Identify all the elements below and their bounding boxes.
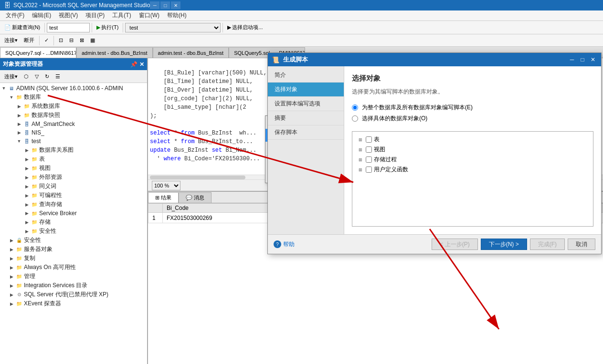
- menu-window[interactable]: 窗口(W): [135, 10, 163, 21]
- tree-always-on[interactable]: ▶ 📁 Always On 高可用性: [0, 263, 147, 272]
- cb-tables-checkbox[interactable]: [366, 136, 372, 143]
- close-button[interactable]: ✕: [171, 1, 180, 9]
- expand-replication[interactable]: ▶: [8, 256, 15, 261]
- cb-sp-checkbox[interactable]: [366, 156, 372, 163]
- next-button[interactable]: 下一步(N) >: [481, 239, 527, 250]
- menu-tools[interactable]: 工具(T): [108, 10, 135, 21]
- expand-system-dbs[interactable]: ▶: [15, 104, 23, 109]
- tree-management[interactable]: ▶ 📁 管理: [0, 272, 147, 281]
- expand-security[interactable]: ▶: [8, 238, 15, 243]
- zoom-selector[interactable]: 100 %: [152, 181, 180, 190]
- tree-query-store[interactable]: ▶ 📁 查询存储: [0, 200, 147, 209]
- menu-edit[interactable]: 编辑(E): [28, 10, 55, 21]
- finish-button[interactable]: 完成(F): [530, 239, 565, 250]
- menu-view[interactable]: 视图(V): [55, 10, 82, 21]
- tree-integration-services[interactable]: ▶ 📁 Integration Services 目录: [0, 281, 147, 290]
- tree-views[interactable]: ▶ 📁 视图: [0, 164, 147, 173]
- cb-views-checkbox[interactable]: [366, 146, 372, 153]
- expand-integration-services[interactable]: ▶: [8, 283, 15, 288]
- tree-service-broker[interactable]: ▶ 📁 Service Broker: [0, 209, 147, 218]
- tree-databases[interactable]: ▼ 📁 数据库: [0, 93, 147, 102]
- expand-synonyms[interactable]: ▶: [23, 184, 31, 189]
- oe-connect-btn[interactable]: 连接▾: [2, 71, 20, 82]
- oe-menu-btn[interactable]: ☰: [53, 71, 63, 82]
- expand-nis[interactable]: ▶: [15, 130, 23, 135]
- tree-replication[interactable]: ▶ 📁 复制: [0, 254, 147, 263]
- tab-messages[interactable]: 💬 消息: [179, 192, 212, 203]
- tree-nis[interactable]: ▶ 🗄 NIS_: [0, 128, 147, 137]
- wizard-restore-btn[interactable]: □: [578, 55, 587, 64]
- tree-server[interactable]: ▼ 🖥 ADMIN (SQL Server 16.0.1000.6 - ADMI…: [0, 84, 147, 93]
- tree-synonyms[interactable]: ▶ 📁 同义词: [0, 182, 147, 191]
- expand-external[interactable]: ▶: [23, 175, 31, 180]
- connect-button[interactable]: 连接▾: [2, 35, 20, 46]
- toolbar-execute[interactable]: ▶ 执行(T): [94, 22, 121, 33]
- cb-udf[interactable]: ⊞ 用户定义函数: [355, 165, 590, 175]
- qt-btn1[interactable]: ⊡: [56, 35, 65, 46]
- toolbar-new-query[interactable]: 📄 新建查询(N): [2, 22, 42, 33]
- tree-security[interactable]: ▶ 🔒 安全性: [0, 236, 147, 245]
- help-link[interactable]: ? 帮助: [274, 240, 295, 249]
- wizard-minimize-btn[interactable]: ─: [568, 55, 576, 64]
- expand-sp-icon[interactable]: ⊞: [357, 157, 364, 162]
- expand-udf-icon[interactable]: ⊞: [357, 167, 364, 172]
- tree-storage[interactable]: ▶ 📁 存储: [0, 218, 147, 227]
- cancel-button[interactable]: 取消: [568, 239, 595, 250]
- radio-specific[interactable]: [352, 115, 358, 122]
- disconnect-button[interactable]: 断开: [21, 35, 37, 46]
- wiz-nav-summary[interactable]: 摘要: [268, 111, 344, 125]
- close-panel-icon[interactable]: ✕: [139, 61, 144, 68]
- restore-button[interactable]: □: [160, 1, 170, 9]
- expand-am[interactable]: ▶: [15, 122, 23, 126]
- expand-views[interactable]: ▶: [23, 166, 31, 171]
- expand-views-icon[interactable]: ⊞: [357, 147, 364, 152]
- objexplorer-tree[interactable]: ▼ 🖥 ADMIN (SQL Server 16.0.1000.6 - ADMI…: [0, 83, 147, 364]
- expand-always-on[interactable]: ▶: [8, 265, 15, 270]
- qt-btn3[interactable]: ⊠: [77, 35, 86, 46]
- tab-sqlquery7[interactable]: SQLQuery7.sql - ...DMIN\86177 (66): [0, 47, 76, 58]
- oe-filter-btn[interactable]: ▽: [32, 71, 41, 82]
- tree-xevent[interactable]: ▶ 📁 XEvent 探查器: [0, 299, 147, 308]
- expand-server[interactable]: ▼: [0, 86, 8, 91]
- menu-help[interactable]: 帮助(H): [163, 10, 190, 21]
- tree-snapshots[interactable]: ▶ 📁 数据库快照: [0, 111, 147, 120]
- tree-system-dbs[interactable]: ▶ 📁 系统数据库: [0, 102, 147, 111]
- tree-diagrams[interactable]: ▶ 📁 数据库关系图: [0, 146, 147, 155]
- expand-snapshots[interactable]: ▶: [15, 113, 23, 118]
- minimize-button[interactable]: ─: [150, 1, 159, 9]
- expand-diagrams[interactable]: ▶: [23, 148, 31, 153]
- oe-disconnect-btn[interactable]: ⬡: [21, 71, 31, 82]
- tab-admintest2[interactable]: admin.test - dbo.Bus_BzInst: [153, 47, 229, 58]
- expand-sql-agent[interactable]: ▶: [8, 292, 15, 297]
- expand-test[interactable]: ▼: [15, 139, 23, 144]
- expand-server-objects[interactable]: ▶: [8, 247, 15, 252]
- parse-button[interactable]: ✓: [42, 35, 51, 46]
- tree-tables[interactable]: ▶ 📁 表: [0, 155, 147, 164]
- search-input[interactable]: [47, 23, 90, 32]
- expand-prog[interactable]: ▶: [23, 193, 31, 198]
- tree-am[interactable]: ▶ 🗄 AM_SmartCheck: [0, 120, 147, 128]
- expand-xevent[interactable]: ▶: [8, 302, 15, 306]
- wiz-nav-save[interactable]: 保存脚本: [268, 125, 344, 140]
- tree-sql-agent[interactable]: ▶ ⚙ SQL Server 代理(已禁用代理 XP): [0, 290, 147, 299]
- expand-tables-icon[interactable]: ⊞: [357, 137, 364, 142]
- cb-stored-procs[interactable]: ⊞ 存储过程: [355, 155, 590, 165]
- radio-all[interactable]: [352, 104, 358, 111]
- tree-server-objects[interactable]: ▶ 📁 服务器对象: [0, 245, 147, 254]
- expand-databases[interactable]: ▼: [8, 95, 15, 100]
- cb-tables[interactable]: ⊞ 表: [355, 135, 590, 145]
- tree-external[interactable]: ▶ 📁 外部资源: [0, 173, 147, 182]
- wiz-nav-intro[interactable]: 简介: [268, 68, 344, 83]
- tree-test[interactable]: ▼ 🗄 test: [0, 137, 147, 146]
- tree-prog[interactable]: ▶ 📁 可编程性: [0, 191, 147, 200]
- expand-query-store[interactable]: ▶: [23, 202, 31, 207]
- wiz-nav-options[interactable]: 设置脚本编写选项: [268, 97, 344, 111]
- cb-views[interactable]: ⊞ 视图: [355, 145, 590, 155]
- tab-results[interactable]: ⊞ 结果: [148, 192, 179, 203]
- choose-startup-button[interactable]: ▶ 选择启动项...: [225, 22, 265, 33]
- database-selector[interactable]: test: [125, 23, 221, 32]
- expand-service-broker[interactable]: ▶: [23, 211, 31, 216]
- qt-btn4[interactable]: ▦: [88, 35, 97, 46]
- qt-btn2[interactable]: ⊟: [67, 35, 76, 46]
- wizard-close-btn[interactable]: ✕: [589, 55, 597, 64]
